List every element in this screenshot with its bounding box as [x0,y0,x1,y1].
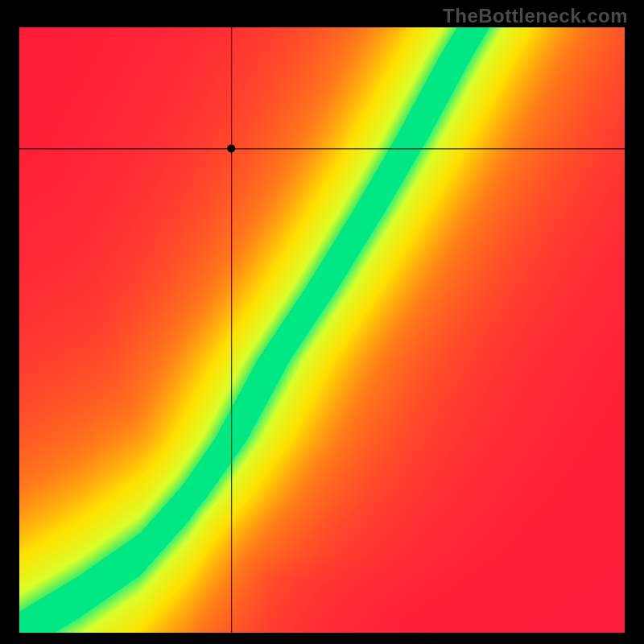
heatmap-plot [19,27,625,633]
watermark-text: TheBottleneck.com [443,5,628,27]
heatmap-canvas [19,27,625,633]
